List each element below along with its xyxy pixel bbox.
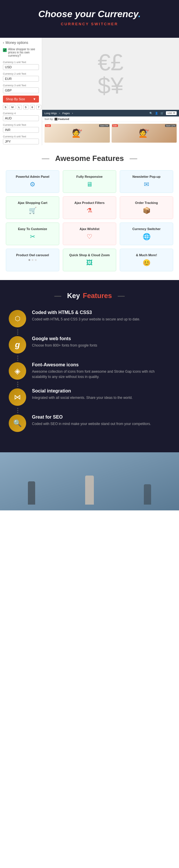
nav-arrow: › xyxy=(59,112,60,115)
connector-2 xyxy=(17,355,18,361)
seo-desc: Coded with SEO in mind make your website… xyxy=(32,421,151,427)
feature-card-filters: Ajax Product Filters ⚗ xyxy=(63,196,116,219)
feature-name-newsletter: Newsletter Pop-up xyxy=(123,175,170,178)
connector-dot-3b xyxy=(17,384,18,385)
connector-3 xyxy=(17,382,18,387)
fontawesome-desc: Awesome collection of icons from font aw… xyxy=(32,369,170,379)
allow-checkbox-row: Allow shopper to see prices in his own c… xyxy=(3,48,39,57)
save-badge-1: Save 5% xyxy=(99,124,109,127)
font-awesome-icon: ◈ xyxy=(14,367,20,376)
shop-by-size-button[interactable]: Shop By Size ▼ xyxy=(3,96,39,102)
shop-overlay: Long Wigs › Pages › 🔍 👤 🛒 USD ▼ Sort by:… xyxy=(42,110,179,145)
feature-name-tracking: Order Tracking xyxy=(123,201,170,205)
currency-field-2: Currency 2 unit Text xyxy=(3,72,39,82)
size-m-button[interactable]: M xyxy=(9,105,16,110)
size-7-button[interactable]: 7 xyxy=(36,105,41,110)
hero-title-dot: . xyxy=(138,9,141,19)
wishlist-icon: ♡ xyxy=(66,233,113,241)
feature-name-customize: Easy To Customize xyxy=(9,227,56,231)
hero-title: Choose your Choose your CurrencyCurrency… xyxy=(6,9,173,20)
size-s-button[interactable]: S xyxy=(3,105,8,110)
zoom-icon: 🖼 xyxy=(66,259,113,267)
save-badge-2: Save 12% xyxy=(165,124,176,127)
social-integration-icon: ⋈ xyxy=(14,393,21,401)
hair-icon-2: 💇 xyxy=(139,128,149,138)
key-feature-social-text: Social integration Integrated with all s… xyxy=(32,389,132,400)
currency-dropdown[interactable]: USD ▼ xyxy=(166,111,177,115)
currency-field-4: Currency 4 xyxy=(3,112,39,121)
currency-input-2[interactable] xyxy=(3,76,39,82)
nav-arrow2: › xyxy=(72,112,73,115)
size-6-button[interactable]: 6 xyxy=(30,105,35,110)
feature-name-carousel: Product Owl carousel xyxy=(9,253,56,257)
currency-panel: ‹ Money options Allow shopper to see pri… xyxy=(0,38,42,145)
social-desc: Integrated with all social elements. Sha… xyxy=(32,395,132,400)
currency-label-1: Currency 1 unit Text xyxy=(3,61,39,64)
connector-dot-1b xyxy=(17,332,18,333)
nav-cart-icon[interactable]: 🛒 xyxy=(160,112,163,115)
carousel-dots xyxy=(9,259,56,261)
feature-card-currency: Currency Switcher 🌐 xyxy=(120,222,173,245)
seo-icon-circle: 🔍 xyxy=(9,414,26,432)
admin-icon: ⚙ xyxy=(9,181,56,188)
key-feature-seo: 🔍 Great for SEO Coded with SEO in mind m… xyxy=(9,414,170,432)
social-title: Social integration xyxy=(32,389,132,394)
currency-input-1[interactable] xyxy=(3,64,39,70)
currency-field-1: Currency 1 unit Text xyxy=(3,61,39,70)
connector-dot-3a xyxy=(17,382,18,383)
currency-input-3[interactable] xyxy=(3,87,39,93)
size-s2-button[interactable]: S xyxy=(23,105,28,110)
feature-card-tracking: Order Tracking 📦 xyxy=(120,196,173,219)
customize-icon: ✂ xyxy=(9,233,56,241)
key-features-section: Key Features ⬡ Coded with HTML5 & CSS3 C… xyxy=(0,280,179,452)
currency-label-4: Currency 4 xyxy=(3,112,39,115)
feature-name-zoom: Quick Shop & Cloud Zoom xyxy=(66,253,113,257)
google-fonts-icon-circle: g xyxy=(9,336,26,353)
feature-card-carousel: Product Owl carousel xyxy=(6,249,59,271)
feature-name-cart: Ajax Shopping Cart xyxy=(9,201,56,205)
currency-icon: 🌐 xyxy=(123,233,170,241)
panel-title: Money options xyxy=(5,41,28,45)
nav-search-icon[interactable]: 🔍 xyxy=(149,112,153,115)
awesome-features-title: Awesome Features xyxy=(6,154,173,163)
google-title: Google web fonts xyxy=(32,336,97,341)
connector-dot-1c xyxy=(17,334,18,335)
currency-input-6[interactable] xyxy=(3,138,39,144)
product-list: 💇 Sale Save 5% 💇 Sale Save 12% xyxy=(42,122,179,145)
back-button[interactable]: ‹ Money options xyxy=(3,41,39,45)
features-title-text: Awesome Features xyxy=(55,154,124,163)
newsletter-icon: ✉ xyxy=(123,181,170,188)
key-feature-seo-text: Great for SEO Coded with SEO in mind mak… xyxy=(32,414,151,427)
more-icon: 😊 xyxy=(123,259,170,267)
silhouette-3 xyxy=(144,484,151,504)
nav-user-icon[interactable]: 👤 xyxy=(155,112,158,115)
connector-dot-1a xyxy=(17,330,18,331)
currency-label-3: Currency 3 unit Text xyxy=(3,84,39,87)
responsive-icon: 🖥 xyxy=(66,181,113,188)
features-section: Awesome Features Powerful Admin Panel ⚙ … xyxy=(0,145,179,280)
product-card-2: 💇 Sale Save 12% xyxy=(112,124,177,144)
connector-dot-4a xyxy=(17,408,18,409)
size-l-button[interactable]: L xyxy=(17,105,22,110)
currency-input-5[interactable] xyxy=(3,127,39,133)
currency-field-3: Currency 3 unit Text xyxy=(3,84,39,93)
dot-2 xyxy=(32,259,33,261)
currency-bg: €£$¥ xyxy=(42,38,179,111)
feature-name-admin: Powerful Admin Panel xyxy=(9,175,56,178)
currency-input-4[interactable] xyxy=(3,115,39,121)
nav-logo: Long Wigs xyxy=(44,112,57,115)
connector-1 xyxy=(17,330,18,335)
sale-badge-2: Sale xyxy=(112,124,118,127)
product-card-1: 💇 Sale Save 5% xyxy=(44,124,110,144)
key-feature-html5-text: Coded with HTML5 & CSS3 Coded with HTML … xyxy=(32,310,140,322)
key-feature-social: ⋈ Social integration Integrated with all… xyxy=(9,389,170,406)
allow-checkbox[interactable] xyxy=(3,48,7,52)
bottom-image-overlay xyxy=(0,452,179,510)
feature-card-zoom: Quick Shop & Cloud Zoom 🖼 xyxy=(63,249,116,271)
html5-title: Coded with HTML5 & CSS3 xyxy=(32,310,140,315)
currency-section: ‹ Money options Allow shopper to see pri… xyxy=(0,38,179,145)
sizes-row: S M L S 6 7 xyxy=(3,105,39,110)
feature-card-more: & Much More! 😊 xyxy=(120,249,173,271)
google-desc: Choose from 800+ fonts from google fonts xyxy=(32,343,97,348)
feature-name-responsive: Fully Responsive xyxy=(66,175,113,178)
